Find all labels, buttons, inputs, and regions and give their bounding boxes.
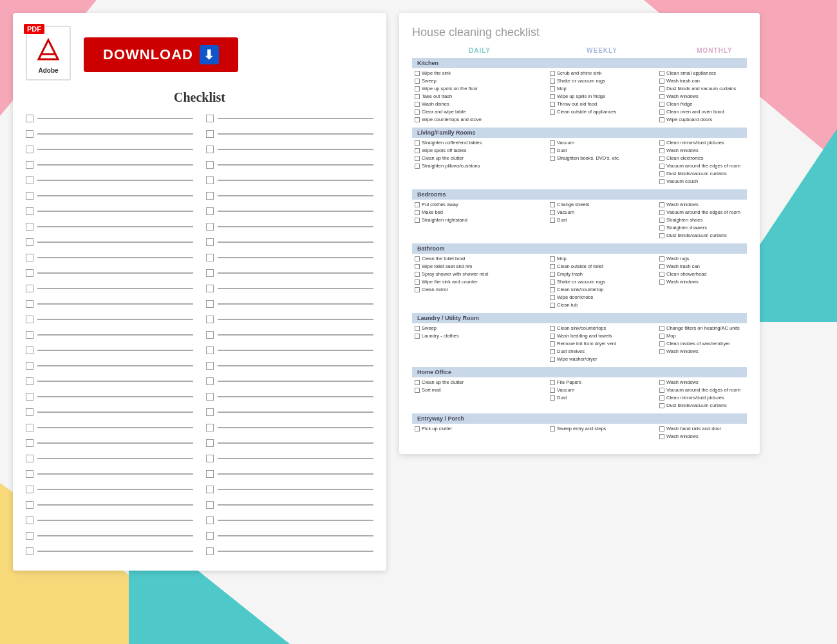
- task-checkbox[interactable]: [550, 86, 555, 91]
- task-checkbox[interactable]: [659, 279, 664, 285]
- checkbox[interactable]: [206, 331, 214, 339]
- checkbox[interactable]: [26, 532, 33, 540]
- task-checkbox[interactable]: [659, 388, 664, 393]
- task-checkbox[interactable]: [550, 156, 555, 161]
- checkbox[interactable]: [26, 486, 33, 493]
- task-checkbox[interactable]: [550, 334, 555, 339]
- checkbox[interactable]: [26, 192, 33, 200]
- task-checkbox[interactable]: [415, 279, 420, 285]
- checkbox[interactable]: [206, 238, 214, 246]
- checkbox[interactable]: [206, 346, 214, 354]
- checkbox[interactable]: [206, 408, 214, 416]
- checkbox[interactable]: [206, 501, 214, 509]
- checkbox[interactable]: [206, 470, 214, 478]
- task-checkbox[interactable]: [550, 202, 555, 207]
- task-checkbox[interactable]: [659, 210, 664, 215]
- task-checkbox[interactable]: [659, 102, 664, 107]
- task-checkbox[interactable]: [415, 79, 420, 84]
- checkbox[interactable]: [26, 146, 33, 153]
- task-checkbox[interactable]: [659, 326, 664, 331]
- checkbox[interactable]: [26, 207, 33, 215]
- task-checkbox[interactable]: [415, 117, 420, 122]
- checkbox[interactable]: [206, 207, 214, 215]
- checkbox[interactable]: [26, 316, 33, 323]
- task-checkbox[interactable]: [659, 341, 664, 346]
- task-checkbox[interactable]: [415, 71, 420, 76]
- task-checkbox[interactable]: [415, 218, 420, 223]
- task-checkbox[interactable]: [659, 179, 664, 184]
- task-checkbox[interactable]: [659, 171, 664, 176]
- task-checkbox[interactable]: [659, 264, 664, 269]
- task-checkbox[interactable]: [659, 349, 664, 354]
- task-checkbox[interactable]: [659, 233, 664, 238]
- checkbox[interactable]: [206, 254, 214, 261]
- checkbox[interactable]: [206, 532, 214, 540]
- checkbox[interactable]: [206, 115, 214, 122]
- checkbox[interactable]: [26, 331, 33, 339]
- checkbox[interactable]: [26, 516, 33, 524]
- task-checkbox[interactable]: [415, 94, 420, 99]
- checkbox[interactable]: [26, 300, 33, 308]
- task-checkbox[interactable]: [659, 164, 664, 169]
- task-checkbox[interactable]: [550, 71, 555, 76]
- task-checkbox[interactable]: [415, 426, 420, 431]
- checkbox[interactable]: [206, 176, 214, 184]
- task-checkbox[interactable]: [550, 264, 555, 269]
- task-checkbox[interactable]: [659, 71, 664, 76]
- checkbox[interactable]: [206, 455, 214, 462]
- task-checkbox[interactable]: [550, 349, 555, 354]
- task-checkbox[interactable]: [659, 380, 664, 385]
- checkbox[interactable]: [26, 424, 33, 431]
- checkbox[interactable]: [206, 300, 214, 308]
- checkbox[interactable]: [26, 269, 33, 277]
- task-checkbox[interactable]: [415, 140, 420, 146]
- checkbox[interactable]: [206, 192, 214, 200]
- task-checkbox[interactable]: [550, 279, 555, 285]
- task-checkbox[interactable]: [550, 148, 555, 153]
- task-checkbox[interactable]: [550, 395, 555, 401]
- download-button[interactable]: DOWNLOAD ⬇: [84, 37, 238, 72]
- checkbox[interactable]: [26, 161, 33, 169]
- checkbox[interactable]: [206, 547, 214, 555]
- task-checkbox[interactable]: [659, 272, 664, 277]
- checkbox[interactable]: [206, 377, 214, 385]
- task-checkbox[interactable]: [415, 287, 420, 292]
- task-checkbox[interactable]: [550, 79, 555, 84]
- task-checkbox[interactable]: [550, 287, 555, 292]
- task-checkbox[interactable]: [415, 109, 420, 115]
- checkbox[interactable]: [26, 501, 33, 509]
- task-checkbox[interactable]: [415, 102, 420, 107]
- task-checkbox[interactable]: [415, 210, 420, 215]
- checkbox[interactable]: [26, 223, 33, 231]
- task-checkbox[interactable]: [550, 426, 555, 431]
- task-checkbox[interactable]: [415, 388, 420, 393]
- checkbox[interactable]: [206, 439, 214, 447]
- task-checkbox[interactable]: [659, 202, 664, 207]
- task-checkbox[interactable]: [415, 148, 420, 153]
- checkbox[interactable]: [26, 176, 33, 184]
- task-checkbox[interactable]: [659, 225, 664, 231]
- task-checkbox[interactable]: [659, 156, 664, 161]
- checkbox[interactable]: [206, 486, 214, 493]
- task-checkbox[interactable]: [550, 303, 555, 308]
- checkbox[interactable]: [26, 547, 33, 555]
- task-checkbox[interactable]: [659, 79, 664, 84]
- task-checkbox[interactable]: [550, 102, 555, 107]
- task-checkbox[interactable]: [550, 380, 555, 385]
- task-checkbox[interactable]: [659, 218, 664, 223]
- task-checkbox[interactable]: [659, 256, 664, 261]
- task-checkbox[interactable]: [550, 218, 555, 223]
- task-checkbox[interactable]: [659, 148, 664, 153]
- task-checkbox[interactable]: [550, 341, 555, 346]
- checkbox[interactable]: [26, 115, 33, 122]
- task-checkbox[interactable]: [659, 426, 664, 431]
- checkbox[interactable]: [206, 393, 214, 401]
- task-checkbox[interactable]: [415, 334, 420, 339]
- checkbox[interactable]: [206, 316, 214, 323]
- checkbox[interactable]: [26, 362, 33, 370]
- task-checkbox[interactable]: [550, 140, 555, 146]
- task-checkbox[interactable]: [415, 264, 420, 269]
- task-checkbox[interactable]: [415, 156, 420, 161]
- task-checkbox[interactable]: [659, 434, 664, 439]
- checkbox[interactable]: [206, 285, 214, 292]
